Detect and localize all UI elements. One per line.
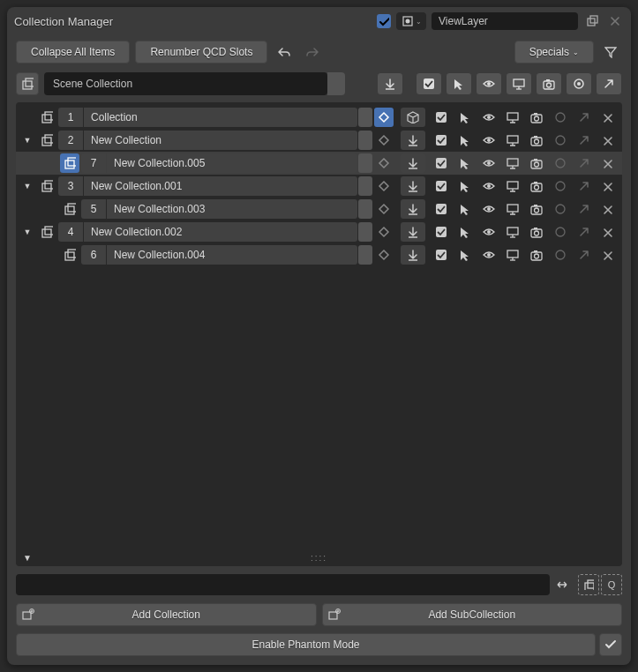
expand-toggle[interactable]: ▼ (19, 228, 35, 236)
indirect-toggle[interactable] (572, 245, 596, 265)
phantom-check-icon[interactable] (599, 633, 622, 656)
qcd-slot[interactable]: 2 (58, 131, 83, 150)
render-toggle[interactable] (524, 108, 548, 127)
move-to-icon[interactable] (401, 199, 425, 219)
render-toggle[interactable] (524, 153, 548, 173)
selectable-toggle[interactable] (453, 153, 477, 173)
remove-icon[interactable] (596, 250, 619, 261)
collection-name[interactable]: Collection (84, 108, 357, 127)
move-down-header-icon[interactable] (377, 72, 403, 95)
exclude-toggle[interactable] (429, 245, 453, 265)
selectable-toggle[interactable] (453, 245, 477, 265)
qcd-slot[interactable]: 7 (81, 153, 106, 173)
indirect-toggle[interactable] (572, 153, 596, 173)
scene-collection-icon[interactable] (16, 72, 39, 95)
indirect-toggle[interactable] (572, 131, 596, 150)
visibility-toggle[interactable] (477, 245, 500, 265)
holdout-toggle[interactable] (548, 153, 572, 173)
set-active-icon[interactable] (374, 153, 394, 173)
filter-invert-icon[interactable] (578, 574, 599, 595)
exclude-toggle[interactable] (429, 176, 453, 196)
render-toggle[interactable] (524, 245, 548, 265)
remove-icon[interactable] (596, 204, 619, 215)
collection-row[interactable]: 1Collection (16, 106, 622, 129)
close-icon[interactable] (606, 12, 624, 30)
add-collection-button[interactable]: Add Collection (16, 603, 317, 626)
set-active-icon[interactable] (374, 199, 394, 219)
render-toggle[interactable] (524, 199, 548, 219)
render-header-icon[interactable] (536, 72, 562, 95)
undo-icon[interactable] (273, 41, 296, 63)
qcd-slot[interactable]: 6 (81, 245, 106, 265)
viewport-toggle[interactable] (500, 199, 524, 219)
collection-row[interactable]: 5New Collection.003 (16, 198, 622, 220)
collection-row[interactable]: 7New Collection.005 (16, 152, 622, 175)
collection-name[interactable]: New Collection.002 (84, 222, 357, 242)
expand-toggle[interactable]: ▼ (19, 182, 35, 190)
expand-toggle[interactable]: ▼ (19, 136, 35, 145)
selectable-header-icon[interactable] (446, 72, 472, 95)
holdout-toggle[interactable] (548, 245, 572, 265)
collection-name[interactable]: New Collection.005 (107, 153, 357, 173)
filter-input[interactable] (16, 574, 550, 595)
move-to-icon[interactable] (401, 245, 425, 265)
selectable-toggle[interactable] (453, 199, 477, 219)
move-to-icon[interactable] (401, 153, 425, 173)
specials-button[interactable]: Specials⌄ (514, 41, 594, 63)
qcd-slot[interactable]: 4 (58, 222, 83, 242)
render-toggle[interactable] (524, 176, 548, 196)
collection-row[interactable]: ▼3New Collection.001 (16, 175, 622, 198)
indirect-toggle[interactable] (572, 199, 596, 219)
indirect-toggle[interactable] (572, 176, 596, 196)
filter-icon[interactable] (599, 41, 622, 63)
exclude-toggle[interactable] (429, 131, 453, 150)
set-active-icon[interactable] (374, 222, 394, 242)
collection-row[interactable]: ▼4New Collection.002 (16, 220, 622, 243)
move-to-icon[interactable] (401, 131, 425, 150)
selectable-toggle[interactable] (453, 108, 477, 127)
viewport-header-icon[interactable] (506, 72, 532, 95)
render-toggle[interactable] (524, 131, 548, 150)
remove-icon[interactable] (596, 158, 619, 169)
viewport-toggle[interactable] (500, 131, 524, 150)
viewport-toggle[interactable] (500, 153, 524, 173)
visibility-toggle[interactable] (477, 153, 500, 173)
holdout-toggle[interactable] (548, 222, 572, 242)
visibility-toggle[interactable] (477, 222, 500, 242)
move-to-icon[interactable] (401, 222, 425, 242)
phantom-mode-button[interactable]: Enable Phantom Mode (16, 633, 596, 656)
visibility-header-icon[interactable] (476, 72, 502, 95)
exclude-toggle[interactable] (429, 153, 453, 173)
collection-name[interactable]: New Collection (84, 131, 357, 150)
visibility-toggle[interactable] (477, 199, 500, 219)
holdout-toggle[interactable] (548, 108, 572, 127)
collection-row[interactable]: ▼2New Collection (16, 129, 622, 152)
move-to-icon[interactable] (401, 176, 425, 196)
exclude-toggle[interactable] (429, 222, 453, 242)
set-active-icon[interactable] (374, 176, 394, 196)
holdout-header-icon[interactable] (566, 72, 592, 95)
renumber-button[interactable]: Renumber QCD Slots (135, 41, 267, 63)
viewport-toggle[interactable] (500, 245, 524, 265)
collection-row[interactable]: 6New Collection.004 (16, 243, 622, 266)
sort-arrows-icon[interactable] (553, 573, 571, 596)
visibility-toggle[interactable] (477, 108, 500, 127)
viewport-toggle[interactable] (500, 108, 524, 127)
viewport-toggle[interactable] (500, 176, 524, 196)
remove-icon[interactable] (596, 112, 619, 123)
viewlayer-input[interactable] (432, 12, 578, 30)
new-viewlayer-icon[interactable] (583, 12, 601, 30)
qcd-slot[interactable]: 1 (58, 108, 83, 127)
holdout-toggle[interactable] (548, 176, 572, 196)
indirect-toggle[interactable] (572, 222, 596, 242)
filter-q-icon[interactable]: Q (601, 574, 622, 595)
cube-icon[interactable] (401, 108, 425, 127)
viewport-toggle[interactable] (500, 222, 524, 242)
scene-input[interactable] (44, 72, 327, 95)
collapse-button[interactable]: Collapse All Items (16, 41, 130, 63)
remove-icon[interactable] (596, 181, 619, 192)
holdout-toggle[interactable] (548, 199, 572, 219)
qcd-slot[interactable]: 3 (58, 176, 83, 196)
visibility-toggle[interactable] (477, 131, 500, 150)
render-dropdown[interactable]: ⌄ (396, 12, 426, 30)
